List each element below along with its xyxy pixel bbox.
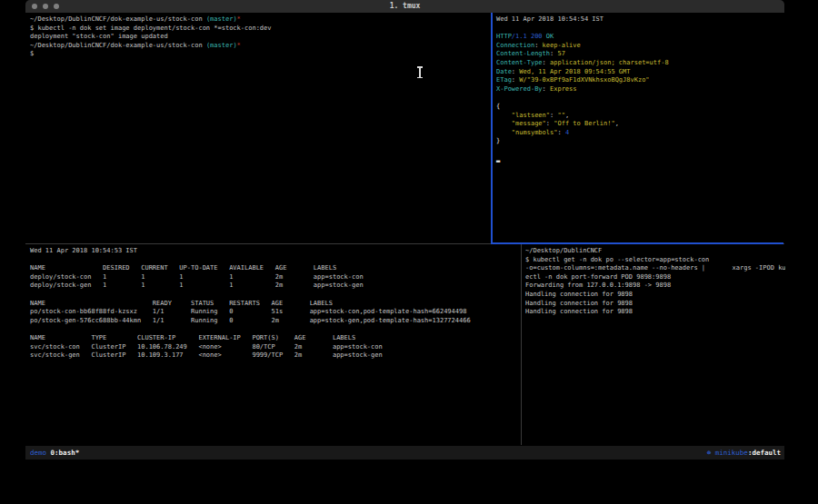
status-right: ☸ minikube:default bbox=[707, 446, 781, 460]
terminal-line bbox=[30, 256, 524, 265]
terminal-line bbox=[30, 325, 524, 334]
tmux-pane-shell-top-left[interactable]: ~/Desktop/DublinCNCF/dok-example-us/stoc… bbox=[25, 14, 494, 244]
terminal-line bbox=[496, 146, 786, 155]
terminal-line: "message": "Off to Berlin!", bbox=[496, 120, 786, 129]
terminal-line: Handling connection for 9898 bbox=[525, 300, 785, 309]
terminal-line: Wed 11 Apr 2018 10:54:54 IST bbox=[496, 15, 786, 25]
tmux-pane-port-forward[interactable]: ~/Desktop/DublinCNCF$ kubectl get -n dok… bbox=[523, 245, 785, 446]
session-name: demo bbox=[30, 449, 46, 457]
terminal-line: ectl -n dok port-forward POD 9898:9898 bbox=[525, 273, 785, 282]
active-pane-border-bottom[interactable] bbox=[491, 242, 783, 244]
terminal-line: "numsymbols": 4 bbox=[496, 129, 786, 138]
terminal-line: NAME TYPE CLUSTER-IP EXTERNAL-IP PORT(S)… bbox=[30, 334, 524, 343]
terminal-line: HTTP/1.1 200 OK bbox=[496, 33, 786, 42]
kube-namespace: :default bbox=[748, 449, 781, 457]
terminal-line: ~/Desktop/DublinCNCF bbox=[525, 247, 785, 256]
terminal-line: { bbox=[496, 103, 786, 112]
terminal-line: ~/Desktop/DublinCNCF/dok-example-us/stoc… bbox=[30, 15, 494, 25]
terminal-line bbox=[30, 291, 524, 300]
terminal-line: ETag: W/"39-0xBPf9aF1dXVNkhsxoBQgJ8vKzo" bbox=[496, 76, 786, 85]
terminal-line: Handling connection for 9898 bbox=[525, 308, 785, 317]
terminal-line: NAME READY STATUS RESTARTS AGE LABELS bbox=[30, 300, 524, 309]
terminal-line: deploy/stock-gen 1 1 1 1 2m app=stock-ge… bbox=[30, 282, 524, 291]
tmux-pane-http-response[interactable]: Wed 11 Apr 2018 10:54:54 IST HTTP/1.1 20… bbox=[493, 14, 786, 244]
mouse-ibeam-cursor bbox=[416, 66, 423, 78]
terminal-line: svc/stock-con ClusterIP 10.106.78.249 <n… bbox=[30, 343, 524, 352]
terminal-line: Content-Type: application/json; charset=… bbox=[496, 59, 786, 68]
tmux-pane-kubectl-get-watch[interactable]: Wed 11 Apr 2018 10:54:53 IST NAME DESIRE… bbox=[25, 245, 524, 446]
terminal-line bbox=[496, 25, 786, 34]
terminal-line: Wed 11 Apr 2018 10:54:53 IST bbox=[30, 247, 524, 256]
terminal-line: deploy/stock-con 1 1 1 1 2m app=stock-co… bbox=[30, 273, 524, 282]
terminal-line: X-Powered-By: Express bbox=[496, 85, 786, 94]
terminal-line: Forwarding from 127.0.0.1:9898 -> 9898 bbox=[525, 282, 785, 291]
window-title: 1. tmux bbox=[25, 0, 784, 13]
terminal-line: "lastseen": "", bbox=[496, 112, 786, 121]
terminal-line: NAME DESIRED CURRENT UP-TO-DATE AVAILABL… bbox=[30, 264, 524, 273]
terminal-line: ~/Desktop/DublinCNCF/dok-example-us/stoc… bbox=[30, 42, 494, 51]
terminal-line: svc/stock-gen ClusterIP 10.109.3.177 <no… bbox=[30, 351, 524, 361]
terminal-line: deployment "stock-con" image updated bbox=[30, 33, 494, 42]
window-tab-bash[interactable]: 0:bash* bbox=[51, 449, 80, 457]
terminal-line: $ kubectl get -n dok po --selector=app=s… bbox=[525, 256, 785, 265]
terminal-line: $ bbox=[30, 50, 494, 59]
terminal-line: po/stock-con-bb68f88fd-kzsxz 1/1 Running… bbox=[30, 308, 524, 317]
pane-divider-vertical-bottom[interactable] bbox=[521, 244, 522, 445]
tmux-status-bar: demo 0:bash* ☸ minikube:default bbox=[25, 446, 784, 460]
terminal-line: -o=custom-columns=:metadata.name --no-he… bbox=[525, 264, 785, 273]
terminal-line bbox=[496, 94, 786, 103]
window-titlebar[interactable]: 1. tmux bbox=[25, 0, 784, 13]
terminal-line: ▂ bbox=[496, 155, 786, 164]
kube-context: minikube bbox=[711, 449, 748, 457]
terminal-line: Handling connection for 9898 bbox=[525, 291, 785, 300]
terminal-line: $ kubectl -n dok set image deployment/st… bbox=[30, 25, 494, 34]
terminal-line: Date: Wed, 11 Apr 2018 09:54:55 GMT bbox=[496, 68, 786, 77]
terminal-line: Content-Length: 57 bbox=[496, 50, 786, 59]
terminal-line: po/stock-gen-576cc688bb-44kmn 1/1 Runnin… bbox=[30, 317, 524, 326]
status-left: demo 0:bash* bbox=[30, 446, 79, 460]
terminal-line: Connection: keep-alive bbox=[496, 42, 786, 51]
terminal-line: } bbox=[496, 137, 786, 146]
terminal-window: 1. tmux ~/Desktop/DublinCNCF/dok-example… bbox=[25, 0, 784, 460]
active-pane-border-left[interactable] bbox=[491, 13, 493, 243]
